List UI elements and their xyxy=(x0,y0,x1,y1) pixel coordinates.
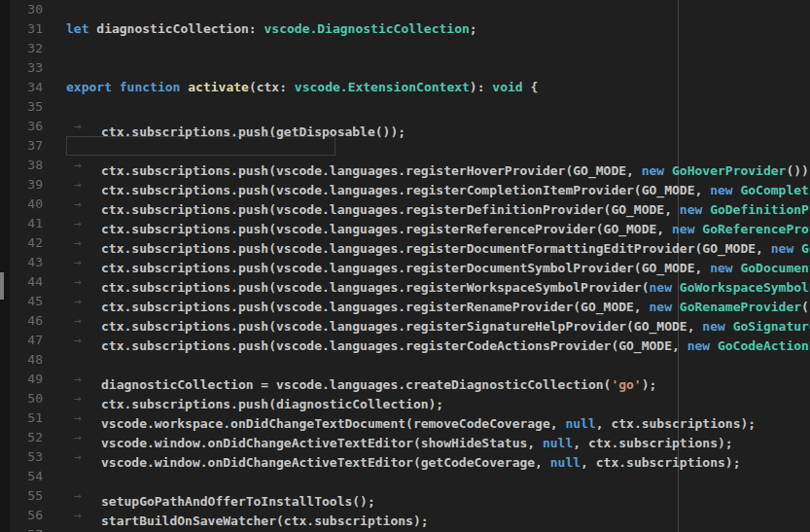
code-line-row[interactable]: 49→diagnosticCollection = vscode.languag… xyxy=(0,370,810,389)
line-number[interactable]: 34 xyxy=(0,78,43,97)
line-number[interactable]: 43 xyxy=(0,253,43,272)
tab-whitespace-icon: → xyxy=(66,214,101,233)
code-line-row[interactable]: 36→ctx.subscriptions.push(getDisposable(… xyxy=(0,117,810,136)
code-line xyxy=(43,41,66,55)
line-number[interactable]: 37 xyxy=(0,136,43,156)
line-number[interactable]: 32 xyxy=(0,39,43,58)
code-line: →ctx.subscriptions.push(getDisposable())… xyxy=(43,124,405,139)
code-token: startBuildOnSaveWatcher(ctx.subscription… xyxy=(101,514,429,528)
line-number[interactable]: 38 xyxy=(0,156,43,175)
line-number[interactable]: 41 xyxy=(0,214,43,233)
line-number[interactable]: 39 xyxy=(0,175,43,195)
code-token: , ctx.subscriptions); xyxy=(581,455,740,470)
code-line-row[interactable]: 37 xyxy=(0,136,810,156)
code-line-row[interactable]: 48 xyxy=(0,350,810,370)
code-token: let xyxy=(66,21,88,36)
line-number[interactable]: 47 xyxy=(0,331,43,350)
tab-whitespace-icon: → xyxy=(66,506,101,525)
code-line-row[interactable]: 40→ctx.subscriptions.push(vscode.languag… xyxy=(0,195,810,214)
code-token: activate xyxy=(188,80,249,94)
code-line-row[interactable]: 32 xyxy=(0,39,810,58)
code-token: 'go' xyxy=(611,377,641,392)
line-number[interactable]: 42 xyxy=(0,233,43,253)
line-number[interactable]: 40 xyxy=(0,195,43,214)
code-token: vscode.window.onDidChangeActiveTextEdito… xyxy=(101,455,550,470)
tab-whitespace-icon: → xyxy=(66,233,101,253)
code-line xyxy=(43,99,66,114)
tab-whitespace-icon: → xyxy=(66,253,101,272)
code-line-row[interactable]: 31let diagnosticCollection: vscode.Diagn… xyxy=(0,19,810,39)
code-token: void xyxy=(492,80,522,94)
line-number[interactable]: 48 xyxy=(0,350,43,370)
code-token: GoCodeActionProvider xyxy=(718,338,810,353)
code-line: →startBuildOnSaveWatcher(ctx.subscriptio… xyxy=(43,514,429,528)
line-number[interactable]: 50 xyxy=(0,389,43,408)
line-number[interactable]: 36 xyxy=(0,117,43,136)
code-token: ctx.subscriptions.push(getDisposable()); xyxy=(101,124,405,139)
code-token: ); xyxy=(642,377,657,392)
code-line-row[interactable]: 47→ctx.subscriptions.push(vscode.languag… xyxy=(0,331,810,350)
code-line-row[interactable]: 50→ctx.subscriptions.push(diagnosticColl… xyxy=(0,389,810,408)
code-line xyxy=(43,60,66,75)
line-number[interactable]: 46 xyxy=(0,311,43,331)
code-line-row[interactable]: 52→vscode.window.onDidChangeActiveTextEd… xyxy=(0,428,810,447)
code-token: vscode.ExtensionContext xyxy=(295,80,470,94)
line-number[interactable]: 44 xyxy=(0,272,43,292)
scrollbar-marker[interactable] xyxy=(0,272,4,300)
code-line-row[interactable]: 33 xyxy=(0,58,810,78)
tab-whitespace-icon: → xyxy=(66,311,101,331)
code-line-row[interactable]: 30 xyxy=(0,0,810,19)
code-token: { xyxy=(523,80,539,94)
tab-whitespace-icon: → xyxy=(66,292,101,311)
line-number[interactable]: 45 xyxy=(0,292,43,311)
line-number[interactable]: 53 xyxy=(0,447,43,467)
line-number[interactable]: 35 xyxy=(0,97,43,117)
code-token xyxy=(112,80,120,94)
code-token: function xyxy=(120,80,181,94)
code-line-row[interactable]: 46→ctx.subscriptions.push(vscode.languag… xyxy=(0,311,810,331)
tab-whitespace-icon: → xyxy=(66,272,101,292)
line-number[interactable]: 52 xyxy=(0,428,43,447)
code-line-row[interactable]: 38→ctx.subscriptions.push(vscode.languag… xyxy=(0,156,810,175)
code-line-row[interactable]: 56→startBuildOnSaveWatcher(ctx.subscript… xyxy=(0,506,810,525)
code-line-row[interactable]: 41→ctx.subscriptions.push(vscode.languag… xyxy=(0,214,810,233)
code-line-row[interactable]: 54 xyxy=(0,467,810,486)
code-line-row[interactable]: 53→vscode.window.onDidChangeActiveTextEd… xyxy=(0,447,810,467)
line-number[interactable]: 55 xyxy=(0,486,43,506)
code-token: ; xyxy=(470,21,477,36)
line-number[interactable]: 49 xyxy=(0,370,43,389)
line-number[interactable]: 56 xyxy=(0,506,43,525)
code-line-row[interactable]: 51→vscode.workspace.onDidChangeTextDocum… xyxy=(0,408,810,428)
line-number[interactable]: 57 xyxy=(0,525,43,532)
code-line: →ctx.subscriptions.push(vscode.languages… xyxy=(43,338,810,353)
tab-whitespace-icon: → xyxy=(66,408,101,428)
code-token: diagnosticCollection: xyxy=(88,21,264,36)
tab-whitespace-icon: → xyxy=(66,389,101,408)
code-line-row[interactable]: 34export function activate(ctx: vscode.E… xyxy=(0,78,810,97)
code-editor[interactable]: 3031let diagnosticCollection: vscode.Dia… xyxy=(0,0,810,532)
tab-whitespace-icon: → xyxy=(66,447,101,467)
line-number[interactable]: 30 xyxy=(0,0,43,19)
code-token: new xyxy=(687,338,710,353)
tab-whitespace-icon: → xyxy=(66,331,101,350)
code-line-row[interactable]: 44→ctx.subscriptions.push(vscode.languag… xyxy=(0,272,810,292)
code-line-row[interactable]: 35 xyxy=(0,97,810,117)
line-number[interactable]: 51 xyxy=(0,408,43,428)
code-line-row[interactable]: 45→ctx.subscriptions.push(vscode.languag… xyxy=(0,292,810,311)
line-number[interactable]: 33 xyxy=(0,58,43,78)
tab-whitespace-icon: → xyxy=(66,370,101,389)
code-line-row[interactable]: 39→ctx.subscriptions.push(vscode.languag… xyxy=(0,175,810,195)
code-line: export function activate(ctx: vscode.Ext… xyxy=(43,80,538,94)
code-token xyxy=(710,338,718,353)
code-line-row[interactable]: 43→ctx.subscriptions.push(vscode.languag… xyxy=(0,253,810,272)
code-token: ): xyxy=(470,80,492,94)
code-line-row[interactable]: 55→setupGoPathAndOfferToInstallTools(); xyxy=(0,486,810,506)
code-line: let diagnosticCollection: vscode.Diagnos… xyxy=(43,21,477,36)
line-number[interactable]: 54 xyxy=(0,467,43,486)
line-number[interactable]: 31 xyxy=(0,19,43,39)
code-token: export xyxy=(66,80,112,94)
code-line-row[interactable]: 42→ctx.subscriptions.push(vscode.languag… xyxy=(0,233,810,253)
code-line xyxy=(43,138,66,153)
tab-whitespace-icon: → xyxy=(66,156,101,175)
tab-whitespace-icon: → xyxy=(66,428,101,447)
